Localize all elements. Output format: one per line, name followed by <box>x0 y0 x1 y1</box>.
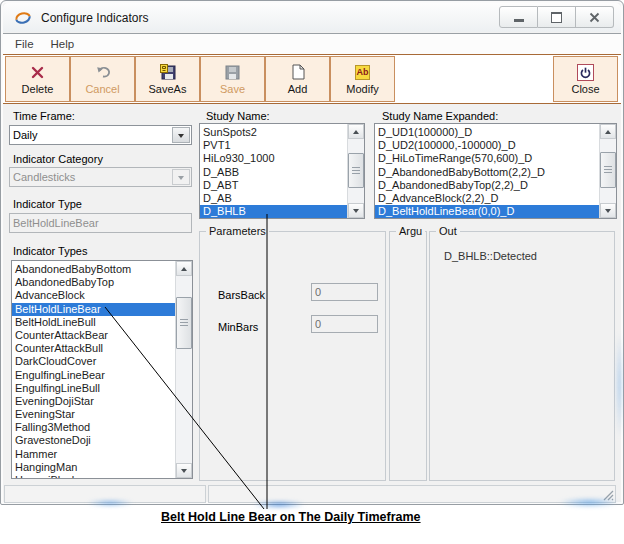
scroll-up-icon[interactable] <box>176 261 192 276</box>
indicator-types-scrollbar[interactable] <box>175 261 192 478</box>
indicator-type-field: BeltHoldLineBear <box>9 213 192 233</box>
study-name-item[interactable]: D_ABT <box>200 179 348 192</box>
indicator-type-item[interactable]: GravestoneDoji <box>12 434 176 447</box>
chevron-down-icon <box>172 127 190 143</box>
scroll-up-icon[interactable] <box>600 124 616 139</box>
bars-back-label: BarsBack <box>218 289 265 301</box>
scrollbar-thumb[interactable] <box>176 297 192 349</box>
study-name-expanded-scrollbar[interactable] <box>599 124 616 218</box>
time-frame-select[interactable]: Daily <box>9 125 192 145</box>
study-name-item[interactable]: D_ABB <box>200 166 348 179</box>
study-name-expanded-item[interactable]: D_AbandonedBabyTop(2,2)_D <box>375 179 600 192</box>
maximize-icon <box>551 12 562 23</box>
add-button[interactable]: Add <box>265 56 330 102</box>
close-icon <box>589 12 600 23</box>
menu-help[interactable]: Help <box>51 38 75 50</box>
study-name-expanded-label: Study Name Expanded: <box>382 110 498 122</box>
indicator-type-item[interactable]: HangingMan <box>12 461 176 474</box>
status-bar-left <box>4 485 206 503</box>
indicator-type-item[interactable]: BeltHoldLineBull <box>12 316 176 329</box>
scroll-down-icon[interactable] <box>176 463 192 478</box>
study-name-expanded-item[interactable]: D_AbandonedBabyBottom(2,2)_D <box>375 166 600 179</box>
arguments-group-label: Argu <box>396 225 425 237</box>
indicator-type-item[interactable]: AdvanceBlock <box>12 289 176 302</box>
delete-button[interactable]: Delete <box>5 56 70 102</box>
study-name-scrollbar[interactable] <box>347 124 364 218</box>
indicator-type-item[interactable]: HaramiBlack <box>12 474 176 479</box>
chevron-down-icon <box>172 169 190 185</box>
save-as-button[interactable]: SaveAs <box>135 56 200 102</box>
scroll-down-icon[interactable] <box>600 203 616 218</box>
indicator-type-item[interactable]: Falling3Method <box>12 421 176 434</box>
indicator-type-item[interactable]: CounterAttackBull <box>12 342 176 355</box>
cancel-button: Cancel <box>70 56 135 102</box>
resize-grip[interactable] <box>602 489 614 501</box>
new-page-icon <box>291 63 305 81</box>
minimize-button[interactable] <box>499 6 538 28</box>
study-name-expanded-listbox: D_UD1(100000)_DD_UD2(100000,-100000)_DD_… <box>374 123 617 219</box>
menu-file[interactable]: File <box>15 38 34 50</box>
minimize-icon <box>514 19 524 22</box>
scrollbar-thumb[interactable] <box>348 153 364 188</box>
save-icon <box>225 63 240 81</box>
title-bar: Configure Indicators <box>3 3 621 32</box>
save-as-icon <box>160 63 176 81</box>
arguments-group: Argu <box>389 231 427 481</box>
configure-indicators-window: Configure Indicators File Help Delete <box>0 0 624 505</box>
indicator-type-item[interactable]: AbandonedBabyTop <box>12 276 176 289</box>
out-group: Out D_BHLB::Detected <box>429 231 615 481</box>
study-name-expanded-item[interactable]: D_UD1(100000)_D <box>375 126 600 139</box>
indicator-type-item[interactable]: EngulfingLineBull <box>12 382 176 395</box>
indicator-types-listbox: AbandonedBabyBottomAbandonedBabyTopAdvan… <box>11 260 193 479</box>
indicator-type-item[interactable]: EveningStar <box>12 408 176 421</box>
time-frame-label: Time Frame: <box>13 110 75 122</box>
indicator-types-label: Indicator Types <box>13 245 87 257</box>
maximize-button[interactable] <box>538 6 576 28</box>
study-name-listbox: SunSpots2PVT1HiLo930_1000D_ABBD_ABTD_ABD… <box>199 123 365 219</box>
study-name-expanded-item[interactable]: D_BeltHoldLineBear(0,0)_D <box>375 205 600 218</box>
modify-button[interactable]: Ab Modify <box>330 56 395 102</box>
study-name-expanded-item[interactable]: D_UD2(100000,-100000)_D <box>375 139 600 152</box>
window-controls <box>499 6 614 28</box>
status-bar-right <box>208 485 616 503</box>
study-name-item[interactable]: SunSpots2 <box>200 126 348 139</box>
indicator-type-item[interactable]: CounterAttackBear <box>12 329 176 342</box>
scrollbar-thumb[interactable] <box>600 152 616 188</box>
scroll-down-icon[interactable] <box>348 203 364 218</box>
min-bars-label: MinBars <box>218 321 258 333</box>
out-value: D_BHLB::Detected <box>444 250 537 262</box>
indicator-category-select: Candlesticks <box>9 167 192 187</box>
study-name-item[interactable]: HiLo930_1000 <box>200 152 348 165</box>
annotation-text: Belt Hold Line Bear on The Daily Timefra… <box>161 510 421 524</box>
indicator-type-label: Indicator Type <box>13 198 82 210</box>
window-title: Configure Indicators <box>41 11 148 25</box>
scroll-up-icon[interactable] <box>348 124 364 139</box>
study-name-expanded-item[interactable]: D_HiLoTimeRange(570,600)_D <box>375 152 600 165</box>
study-name-item[interactable]: D_BHLB <box>200 205 348 218</box>
close-button[interactable]: Close <box>553 56 618 102</box>
indicator-type-item[interactable]: AbandonedBabyBottom <box>12 263 176 276</box>
indicator-type-item[interactable]: Hammer <box>12 448 176 461</box>
toolbar: Delete Cancel SaveAs <box>3 54 621 104</box>
indicator-type-item[interactable]: BeltHoldLineBear <box>12 303 176 316</box>
study-name-expanded-item[interactable]: D_AdvanceBlock(2,2)_D <box>375 192 600 205</box>
study-name-item[interactable]: PVT1 <box>200 139 348 152</box>
delete-icon <box>30 63 45 81</box>
close-window-button[interactable] <box>576 6 614 28</box>
study-name-label: Study Name: <box>206 110 270 122</box>
undo-icon <box>95 63 111 81</box>
save-button: Save <box>200 56 265 102</box>
indicator-type-item[interactable]: EveningDojiStar <box>12 395 176 408</box>
indicator-type-item[interactable]: EngulfingLineBear <box>12 369 176 382</box>
min-bars-field <box>311 315 378 333</box>
parameters-group: Parameters BarsBack MinBars <box>199 231 386 481</box>
study-name-item[interactable]: D_AB <box>200 192 348 205</box>
out-group-label: Out <box>436 225 460 237</box>
parameters-group-label: Parameters <box>206 225 269 237</box>
app-logo-icon <box>13 10 33 26</box>
indicator-type-item[interactable]: DarkCloudCover <box>12 355 176 368</box>
power-icon <box>577 63 594 81</box>
menu-bar: File Help <box>3 33 621 54</box>
modify-icon: Ab <box>355 63 370 81</box>
bars-back-field <box>311 283 378 301</box>
